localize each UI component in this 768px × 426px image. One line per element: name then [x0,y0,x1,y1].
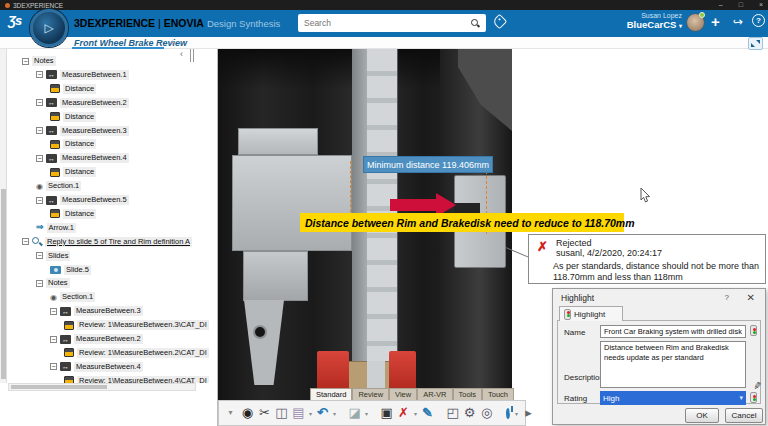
tree-item[interactable]: −↔MeasureBetween.2 [36,97,129,109]
dropdown-caret-icon[interactable]: ▾ [515,410,518,417]
tree-item[interactable]: Distance [50,166,96,178]
eraser-icon[interactable]: ◪ [347,403,362,423]
tree-vertical-scrollbar[interactable] [0,49,7,383]
tree-expander[interactable]: − [36,197,43,204]
search-input[interactable] [298,16,471,30]
tree-expander[interactable]: − [36,71,43,78]
tree-item-label[interactable]: Arrow.1 [47,223,76,233]
tree-item-label[interactable]: Review: 1\MeasureBetween.4\CAT_DI [77,376,209,383]
tree-item-label[interactable]: Distance [63,112,96,122]
tree-item-label[interactable]: MeasureBetween.4 [60,153,129,163]
help-icon[interactable]: ? [752,14,765,27]
tree-item[interactable]: Distance [50,208,96,220]
tree-item[interactable]: ◉Section.1 [36,180,81,192]
maximize-button[interactable]: □ [739,0,743,10]
ok-button[interactable]: OK [685,408,719,423]
dialog-close-icon[interactable]: ✕ [747,292,755,303]
tree-horizontal-scrollbar[interactable] [8,383,196,391]
power-icon[interactable] [506,408,510,419]
tree-expander[interactable]: − [36,99,43,106]
tree-expander[interactable]: − [50,336,57,343]
tree-item[interactable]: −Notes [22,55,56,67]
gears-icon[interactable]: ⚙ [462,403,477,423]
tree-item-label[interactable]: Distance [63,167,96,177]
dropdown-caret-icon[interactable]: ▾ [309,410,312,417]
cube-icon[interactable]: ◰ [445,403,460,423]
toolbar-tab-ar-vr[interactable]: AR-VR [417,388,452,400]
tree-item[interactable]: ◉Section.1 [50,291,95,303]
more-icon[interactable]: ▸ [521,403,536,423]
media-icon[interactable]: ◉ [240,403,255,423]
tree-expander[interactable]: − [50,308,57,315]
annotation-arrow[interactable] [390,199,436,211]
tree-item[interactable]: −↔MeasureBetween.1 [36,69,129,81]
tree-item-label[interactable]: MeasureBetween.5 [60,195,129,205]
hub-lower[interactable] [243,251,308,301]
tree-item-label[interactable]: Reply to slide 5 of Tire and Rim definit… [45,237,192,247]
cancel-button[interactable]: Cancel [725,408,763,423]
annotation-banner[interactable]: Distance between Rim and Brakedisk need … [300,213,624,232]
tree-item-label[interactable]: Notes [32,56,56,66]
tree-item[interactable]: −↔MeasureBetween.3 [36,125,129,137]
dropdown-caret-icon[interactable]: ▾ [365,410,368,417]
tree-item-label[interactable]: Review: 1\MeasureBetween.3\CAT_DI [77,320,209,330]
tree-item[interactable]: Review: 1\MeasureBetween.3\CAT_DI [64,319,209,331]
tree-item-label[interactable]: Distance [63,209,96,219]
tree-item[interactable]: Distance [50,83,96,95]
paste-icon[interactable]: ▤ [291,403,306,423]
search-icon[interactable] [471,19,480,28]
rejected-comment-box[interactable]: ✗ Rejected susanl, 4/2/2020, 20:24:17 As… [528,234,766,284]
toolbar-tab-standard[interactable]: Standard [310,388,352,400]
copy-icon[interactable]: ◫ [274,403,289,423]
tree-item[interactable]: Review: 1\MeasureBetween.2\CAT_DI [64,347,209,359]
minimize-button[interactable]: – [719,0,723,10]
tree-item-label[interactable]: Slide.5 [64,265,91,275]
hub-body[interactable] [232,155,352,251]
tree-item[interactable]: −Reply to slide 5 of Tire and Rim defini… [22,236,192,248]
dropdown-caret-icon[interactable]: ▾ [414,410,417,417]
tree-expander[interactable]: − [36,127,43,134]
tree-item-label[interactable]: Review: 1\MeasureBetween.2\CAT_DI [77,348,209,358]
tree-expander[interactable]: − [50,363,57,370]
tree-item[interactable]: Distance [50,111,96,123]
cut-icon[interactable]: ✂ [257,403,272,423]
tree-item[interactable]: −Notes [36,277,70,289]
toolbar-tab-touch[interactable]: Touch [482,388,514,400]
pen-icon[interactable]: ✎ [420,403,435,423]
tree-item-label[interactable]: MeasureBetween.2 [74,334,143,344]
dialog-tab-highlight[interactable]: Highlight [559,306,623,321]
tree-item-label[interactable]: MeasureBetween.2 [60,98,129,108]
tree-item-label[interactable]: Distance [63,84,96,94]
collapse-view-icon[interactable] [748,37,763,50]
rating-select[interactable]: High ▾ [600,391,746,405]
new-tab-button[interactable]: + [170,38,175,48]
add-content-button[interactable]: + [711,13,720,31]
name-field[interactable] [600,325,746,338]
panel-collapse-button[interactable]: ‹ [180,50,183,59]
toolbar-tab-tools[interactable]: Tools [453,388,483,400]
scrollbar-thumb[interactable] [11,385,107,389]
tree-item-label[interactable]: Section.1 [60,292,95,302]
tree-item[interactable]: Slide.5 [50,264,91,276]
tree-expander[interactable]: − [22,58,29,65]
scrollbar-thumb[interactable] [1,189,6,379]
tree-item-label[interactable]: Distance [63,139,96,149]
overflow-chevron-icon[interactable]: ▾ [223,403,238,423]
undo-icon[interactable]: ↶ [315,403,330,423]
delete-annotation-icon[interactable]: ✗ [396,403,411,423]
camera-capture-icon[interactable]: ▣ [379,403,394,423]
tree-expander[interactable]: − [22,238,29,245]
description-field[interactable]: Distance between Rim and Brakedisk needs… [600,341,746,388]
tree-expander[interactable]: − [36,280,43,287]
tree-expander[interactable]: − [36,252,43,259]
tree-item[interactable]: −↔MeasureBetween.4 [36,152,129,164]
user-block[interactable]: Susan Lopez BlueCarCS ▾ [612,12,682,30]
tree-item-label[interactable]: MeasureBetween.3 [74,306,143,316]
panel-splitter-handle[interactable] [190,49,194,62]
compass-icon[interactable]: ▷ [30,9,68,47]
tree-item[interactable]: −↔MeasureBetween.2 [50,333,143,345]
tree-item[interactable]: −↔MeasureBetween.4 [50,361,143,373]
dropdown-caret-icon[interactable]: ▾ [333,410,336,417]
hub-top[interactable] [238,128,318,155]
tree-item-label[interactable]: MeasureBetween.4 [74,362,143,372]
